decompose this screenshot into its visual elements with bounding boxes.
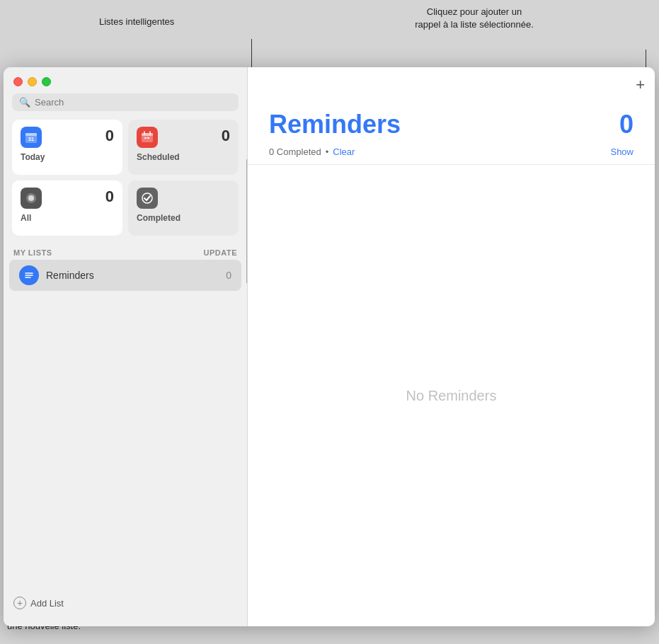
- all-label: All: [21, 213, 114, 223]
- today-icon: 31: [21, 127, 42, 148]
- scheduled-count: 0: [222, 127, 230, 145]
- my-lists-header: My Lists UPDATE: [4, 244, 247, 260]
- completed-label: Completed: [137, 213, 230, 223]
- show-button[interactable]: Show: [610, 146, 634, 157]
- add-list-circle-icon: +: [13, 597, 26, 609]
- main-content: + Reminders 0 0 Completed • Clear Show N…: [248, 67, 655, 626]
- annotation-listes-text: Listes intelligentes: [99, 16, 174, 27]
- annotation-rappel-text: Cliquez pour ajouter unrappel à la liste…: [415, 6, 534, 30]
- smart-card-completed[interactable]: Completed: [128, 180, 239, 236]
- add-list-button[interactable]: + Add List: [4, 590, 74, 616]
- search-bar[interactable]: 🔍: [12, 93, 239, 111]
- svg-rect-4: [142, 133, 153, 136]
- traffic-light-green[interactable]: [42, 77, 51, 86]
- smart-card-scheduled[interactable]: 0 Scheduled: [128, 120, 239, 175]
- all-count: 0: [105, 188, 114, 206]
- titlebar: [4, 67, 247, 93]
- svg-rect-8: [147, 137, 149, 139]
- add-reminder-button[interactable]: +: [636, 77, 645, 93]
- smart-card-today[interactable]: 31 0 Today: [12, 120, 122, 175]
- smart-card-all-header: 0: [21, 188, 114, 209]
- svg-text:31: 31: [28, 137, 34, 142]
- today-label: Today: [21, 152, 114, 162]
- annotation-listes-intelligentes: Listes intelligentes: [99, 16, 174, 28]
- reminders-list-count: 0: [226, 270, 231, 281]
- svg-rect-7: [144, 137, 147, 139]
- search-icon: 🔍: [19, 97, 30, 108]
- list-count: 0: [619, 110, 634, 139]
- completed-text-label: Completed: [277, 146, 321, 157]
- smart-card-completed-header: [137, 188, 230, 209]
- all-icon: [21, 188, 42, 209]
- list-title: Reminders: [269, 110, 401, 139]
- no-reminders-message: No Reminders: [248, 165, 655, 626]
- smart-list-bracket-line: [246, 159, 247, 283]
- search-input[interactable]: [35, 97, 231, 108]
- smart-grid: 31 0 Today: [4, 120, 247, 244]
- list-item-reminders[interactable]: Reminders 0: [9, 260, 241, 291]
- completed-icon: [137, 188, 158, 209]
- no-reminders-text: No Reminders: [406, 388, 497, 404]
- today-count: 0: [105, 127, 114, 145]
- svg-point-10: [28, 195, 34, 201]
- arrow-listes-line: [251, 39, 252, 67]
- smart-card-today-header: 31 0: [21, 127, 114, 148]
- add-list-label: Add List: [30, 598, 64, 609]
- reminders-list-icon: [19, 265, 39, 285]
- main-header: Reminders 0: [248, 67, 655, 146]
- completed-left: 0 Completed • Clear: [269, 146, 355, 157]
- main-window: 🔍 31 0 Today: [4, 67, 655, 626]
- svg-rect-1: [25, 133, 37, 136]
- clear-button[interactable]: Clear: [333, 146, 355, 157]
- completed-bar: 0 Completed • Clear Show: [248, 146, 655, 165]
- sidebar: 🔍 31 0 Today: [4, 67, 248, 626]
- smart-card-scheduled-header: 0: [137, 127, 230, 148]
- completed-count-label: 0 Completed: [269, 146, 321, 157]
- scheduled-icon: [137, 127, 158, 148]
- my-lists-title: My Lists: [13, 248, 52, 257]
- scheduled-label: Scheduled: [137, 152, 230, 162]
- traffic-light-red[interactable]: [13, 77, 23, 86]
- dot-separator: •: [326, 146, 329, 157]
- reminders-list-name: Reminders: [46, 270, 219, 281]
- update-button[interactable]: UPDATE: [204, 248, 237, 257]
- annotation-rappel: Cliquez pour ajouter unrappel à la liste…: [375, 6, 573, 31]
- smart-card-all[interactable]: 0 All: [12, 180, 122, 236]
- traffic-light-yellow[interactable]: [28, 77, 37, 86]
- completed-count-value: 0: [269, 146, 274, 157]
